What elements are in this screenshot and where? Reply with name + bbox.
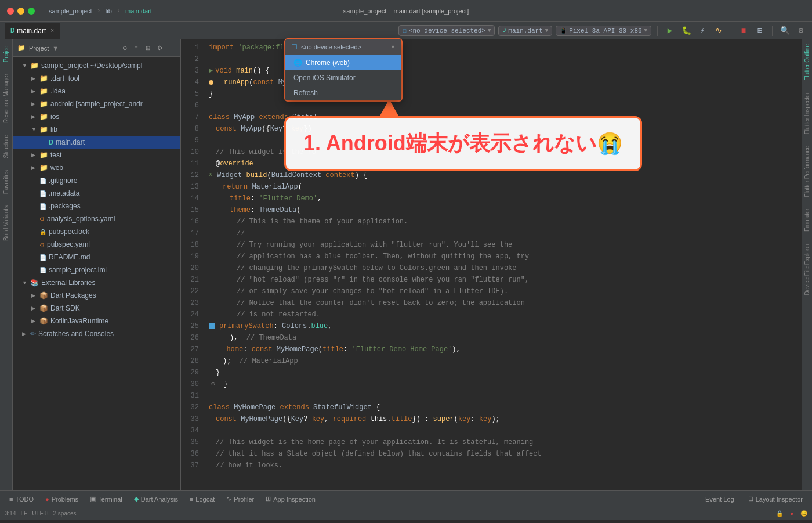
settings-gear-button[interactable]: ⚙ (795, 24, 807, 37)
tree-label: .idea (50, 87, 66, 95)
debug-button[interactable]: 🐛 (680, 24, 693, 37)
close-button[interactable] (7, 8, 14, 15)
sidebar-folder-icon: 📁 (17, 44, 26, 52)
tree-item-dart-tool[interactable]: ▶ 📁 .dart_tool (13, 72, 180, 85)
tree-label: lib (50, 125, 57, 134)
bottom-tab-dart-analysis[interactable]: ◆ Dart Analysis (129, 494, 183, 504)
pixel-selector[interactable]: 📱 Pixel_3a_API_30_x86 ▼ (556, 26, 651, 36)
bottom-tab-problems[interactable]: ● Problems (41, 495, 83, 504)
sidebar-settings-icon[interactable]: ⚙ (155, 44, 164, 53)
tree-item-iml[interactable]: 📄 sample_project.iml (13, 264, 180, 276)
project-tab[interactable]: sample_project (49, 8, 92, 15)
left-tab-structure[interactable]: Structure (3, 135, 9, 158)
bottom-tab-logcat[interactable]: ≡ Logcat (185, 495, 219, 504)
tree-label: Scratches and Consoles (38, 330, 114, 338)
todo-label: TODO (15, 496, 34, 503)
problems-label: Problems (52, 496, 78, 503)
tree-item-test[interactable]: ▶ 📁 test (13, 149, 180, 161)
file-tab-close[interactable]: × (50, 27, 54, 34)
left-tab-build-variants[interactable]: Build Variants (3, 205, 9, 241)
file-tab-main-dart[interactable]: D main.dart × (5, 23, 60, 39)
tree-item-readme[interactable]: 📄 README.md (13, 251, 180, 264)
tree-item-metadata[interactable]: 📄 .metadata (13, 187, 180, 200)
tree-item-ios[interactable]: ▶ 📁 ios (13, 110, 180, 123)
status-charset: UTF-8 (32, 510, 48, 517)
tree-item-lib[interactable]: ▼ 📁 lib (13, 123, 180, 136)
file-selector[interactable]: D main.dart ▼ (498, 26, 552, 36)
minimize-button[interactable] (17, 8, 24, 15)
file-selector-arrow: ▼ (545, 28, 548, 34)
sidebar-sort-icon[interactable]: ≡ (132, 44, 141, 53)
bottom-tab-terminal[interactable]: ▣ Terminal (85, 494, 127, 504)
code-line-24: // is not restarted. (209, 309, 797, 320)
device-selector[interactable]: ☐ <no device selected> ▼ (398, 25, 495, 36)
expand-arrow: ▶ (31, 114, 37, 120)
dropdown-item-label: Chrome (web) (306, 59, 350, 67)
bottom-tab-event-log[interactable]: Event Log (701, 495, 739, 504)
dropdown-item-ios-simulator[interactable]: Open iOS Simulator (285, 70, 401, 85)
tree-item-external-libs[interactable]: ▼ 📚 External Libraries (13, 276, 180, 289)
folder-icon: 📁 (39, 100, 48, 108)
sidebar-expand-icon[interactable]: ⊞ (143, 44, 153, 53)
stop-button[interactable]: ■ (737, 24, 750, 37)
right-tab-device-explorer[interactable]: Device File Explorer (804, 243, 810, 295)
coverage-button[interactable]: ⚡ (696, 24, 709, 37)
tree-item-pubspec-yaml[interactable]: ⚙ pubspec.yaml (13, 238, 180, 251)
tree-label: main.dart (56, 138, 85, 146)
right-tab-emulator[interactable]: Emulator (804, 208, 810, 232)
tree-item-main-dart[interactable]: D main.dart (13, 136, 180, 149)
tree-item-scratches[interactable]: ▶ ✏ Scratches and Consoles (13, 327, 180, 340)
tree-label: sample_project ~/Desktop/sampl (41, 62, 142, 70)
tree-item-dart-packages[interactable]: ▶ 📦 Dart Packages (13, 289, 180, 302)
code-line-35: // This widget is the home page of your … (209, 437, 797, 448)
annotation-text: 1. Android端末が表示されない😭 (303, 129, 623, 158)
maximize-button[interactable] (28, 8, 35, 15)
pixel-icon: 📱 (560, 27, 567, 34)
dart-analysis-icon: ◆ (134, 495, 139, 503)
tree-item-gitignore[interactable]: 📄 .gitignore (13, 174, 180, 187)
run-button[interactable]: ▶ (664, 24, 676, 37)
sidebar-title: Project (29, 45, 49, 52)
folder-icon: 📦 (39, 304, 48, 312)
tree-item-analysis[interactable]: ⚙ analysis_options.yaml (13, 212, 180, 225)
left-tab-favorites[interactable]: Favorites (3, 170, 9, 194)
tree-item-pubspec-lock[interactable]: 🔒 pubspec.lock (13, 225, 180, 238)
bottom-tab-profiler[interactable]: ∿ Profiler (222, 494, 259, 504)
tree-item-sample-project[interactable]: ▼ 📁 sample_project ~/Desktop/sampl (13, 59, 180, 72)
tree-item-android[interactable]: ▶ 📁 android [sample_project_andr (13, 98, 180, 110)
search-everywhere-button[interactable]: 🔍 (778, 24, 791, 37)
right-tab-flutter-outline[interactable]: Flutter Outline (804, 44, 810, 81)
tree-item-packages[interactable]: 📄 .packages (13, 200, 180, 212)
dropdown-item-label: Open iOS Simulator (293, 74, 356, 82)
lib-tab[interactable]: lib (106, 8, 112, 15)
tree-item-idea[interactable]: ▶ 📁 .idea (13, 85, 180, 98)
status-encoding: LF (20, 510, 27, 517)
sidebar-close-icon[interactable]: − (166, 44, 176, 53)
app-inspection-icon: ⊞ (266, 495, 271, 503)
dropdown-item-chrome[interactable]: 🌐 Chrome (web) (285, 55, 401, 70)
attach-button[interactable]: ⊞ (753, 24, 766, 37)
project-tree: ▼ 📁 sample_project ~/Desktop/sampl ▶ 📁 .… (13, 57, 180, 490)
tree-item-web[interactable]: ▶ 📁 web (13, 161, 180, 174)
sidebar-sync-icon[interactable]: ⊙ (120, 44, 129, 53)
main-dart-tab[interactable]: main.dart (125, 8, 152, 15)
bottom-tab-layout-inspector[interactable]: ⊟ Layout Inspector (744, 494, 807, 504)
tree-item-kotlin[interactable]: ▶ 📦 KotlinJavaRuntime (13, 315, 180, 327)
tree-label: KotlinJavaRuntime (50, 317, 108, 325)
tree-label: android [sample_project_andr (50, 100, 143, 108)
lock-icon: 🔒 (39, 229, 46, 235)
left-tab-resource-manager[interactable]: Resource Manager (3, 74, 9, 123)
file-selector-label: main.dart (508, 27, 542, 34)
expand-arrow: ▶ (31, 75, 37, 81)
bottom-tab-app-inspection[interactable]: ⊞ App Inspection (261, 494, 320, 504)
bottom-tab-todo[interactable]: ≡ TODO (5, 495, 38, 504)
right-tab-flutter-inspector[interactable]: Flutter Inspector (804, 92, 810, 134)
dropdown-item-refresh[interactable]: Refresh (285, 85, 401, 100)
code-line-20: // changing the primarySwatch below to C… (209, 262, 797, 274)
code-content[interactable]: import 'package:flutter/material.dart'; … (204, 39, 802, 490)
tree-item-dart-sdk[interactable]: ▶ 📦 Dart SDK (13, 302, 180, 315)
profile-button[interactable]: ∿ (712, 24, 725, 37)
right-tab-flutter-performance[interactable]: Flutter Performance (804, 146, 810, 197)
status-error-icon: ● (790, 510, 793, 517)
left-tab-project[interactable]: Project (3, 44, 9, 62)
